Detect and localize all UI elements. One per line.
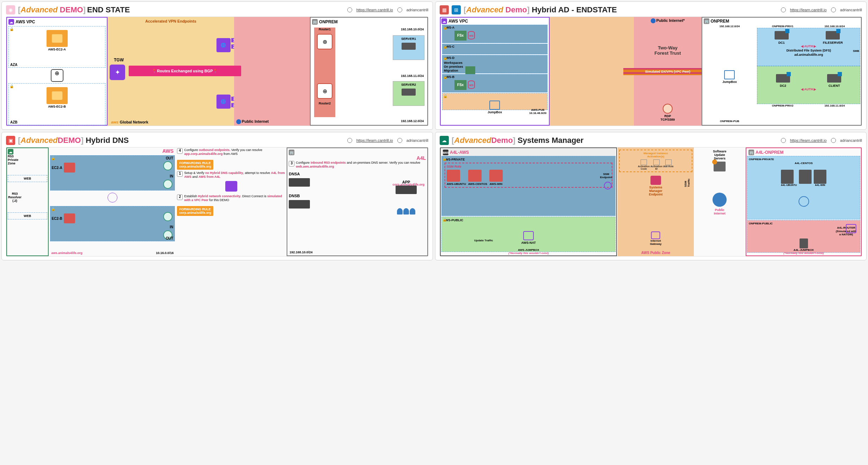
code-icon <box>641 159 647 165</box>
onprem-priv2: DC2CLIENT ◀ AUTH ▶ <box>757 66 860 104</box>
simulated-dx-label: Simulated DX/VPN (VPC Peer) <box>623 68 712 75</box>
learn-link[interactable]: https://learn.cantrill.io <box>790 8 827 12</box>
compass-icon <box>781 138 786 143</box>
igw-icon <box>651 231 660 239</box>
vpc-box-b: 🔒 EC2-B IN OUT <box>50 206 175 241</box>
ec2-icon <box>64 213 75 223</box>
r53-icon: ☁ <box>8 149 13 155</box>
ms-ad-icon: MS <box>468 31 475 40</box>
a4l-aws: awsA4L-AWS 🔒AWS-PRIVATE SSM Role AWS-UBU… <box>440 147 617 256</box>
routes-bgp-banner: 📍 Routes Exchanged using BGP 📍 <box>129 66 241 76</box>
rdp-label: RDP TCP/3389 <box>661 104 675 121</box>
subnet-aws-b: 🔒AWS-BFSxMS <box>442 74 548 92</box>
az-b: 🔒 AWS-EC2-B AZB <box>8 83 105 125</box>
sme-icon <box>650 176 661 185</box>
compass-icon <box>781 7 786 12</box>
fsx-icon: FSx <box>454 80 466 90</box>
vpc-icon: ☁ <box>8 19 14 25</box>
workspaces-label: Workspaces On premises Migration <box>444 61 463 72</box>
router-icon: ⊕ <box>51 69 63 82</box>
peering-icon <box>225 181 237 192</box>
trust-zone: Public Internet* Two-Way Forest Trust Si… <box>634 17 701 126</box>
author-label: adriancantrill <box>840 8 862 12</box>
person-icon <box>397 208 403 215</box>
globe-icon <box>650 18 655 23</box>
panel-icon: ☁ <box>440 136 449 145</box>
lock-icon: 🔒 <box>10 27 14 31</box>
ec2-icon <box>64 163 75 173</box>
server-icon <box>402 89 416 96</box>
a4l-side: 🏢 A4L 3Configure inbound R53 endpoints a… <box>287 147 428 256</box>
diagram-body: ☁AWS VPC NATGW 🔒AWS-AFSxMS 🔒AWS-C 🔒AWS-D… <box>440 17 862 126</box>
web-record-1: WEB <box>8 175 47 182</box>
client-icon <box>827 74 841 83</box>
vpc-icon: ☁ <box>441 18 447 24</box>
author-icon <box>831 7 836 12</box>
subnet-aws-pub: 🔒JumpBoxAWS-PUB10.16.48.0/20 <box>442 93 548 110</box>
learn-link[interactable]: https://learn.cantrill.io <box>356 8 393 12</box>
author-icon <box>397 7 402 12</box>
az-a: 🔒 AWS-EC2-A AZA <box>8 26 105 68</box>
aws-public-zone: Managed Instance Activation(s) Activatio… <box>618 147 693 256</box>
dns-server-icon <box>289 178 310 187</box>
jumpbox-icon <box>489 101 500 110</box>
public-internet-label: Public Internet* <box>650 18 685 23</box>
building-icon: 🏢 <box>704 18 709 24</box>
windows-icon: ⊞ <box>452 5 461 14</box>
globe-icon <box>713 193 727 207</box>
onprem-priv1: DC1FILESERVER ◀ AUTH ▶ Distributed File … <box>757 28 860 66</box>
user-icon <box>663 104 673 114</box>
ec2-b-icon <box>47 87 68 104</box>
header-links: https://learn.cantrill.io adriancantrill <box>347 138 428 143</box>
learn-link[interactable]: https://learn.cantrill.io <box>790 138 827 143</box>
aws-ubuntu-icon <box>447 170 460 182</box>
web-record-2: WEB <box>8 212 47 219</box>
author-icon <box>831 138 836 143</box>
step-2: 2Establish Hybrid network connectivity. … <box>177 194 285 203</box>
header-links: https://learn.cantrill.io adriancantrill <box>347 7 428 12</box>
nat-icon <box>523 231 534 240</box>
dc1-icon <box>775 31 789 40</box>
fsx-icon: FSx <box>454 31 466 41</box>
building-icon: 🏢 <box>312 19 318 25</box>
onprem-ubuntu-icon <box>781 170 794 184</box>
ssm-endpoint-icon <box>604 182 612 189</box>
server2: SERVER2 <box>393 81 424 106</box>
steps-column: 4Configure outbound endpoints. Verify yo… <box>176 147 286 256</box>
panel-icon: ▣ <box>6 136 15 145</box>
endpoint-out-icon <box>163 161 172 170</box>
diagram-body: ☁ R53 Private Zone WEB R53 Resolver (.2)… <box>6 147 428 256</box>
router2-icon: ⊕ <box>317 83 332 99</box>
author-icon <box>397 138 402 143</box>
author-label: adriancantrill <box>407 138 428 143</box>
workspaces-icon <box>465 66 475 75</box>
trust-label: Two-Way Forest Trust <box>634 45 701 56</box>
forwarding-rule-1: FORWARDING RULEcorp.animals4life.org <box>177 160 213 170</box>
r53-private-zone: ☁ R53 Private Zone WEB R53 Resolver (.2)… <box>6 147 49 256</box>
header-links: https://learn.cantrill.io adriancantrill <box>781 7 862 12</box>
diagram-body: awsA4L-AWS 🔒AWS-PRIVATE SSM Role AWS-UBU… <box>440 147 862 256</box>
update-servers-label: Software Update Servers <box>695 150 745 160</box>
author-label: adriancantrill <box>840 138 862 143</box>
panel-hybrid-ad: ▦ ⊞ [Advanced Demo] Hybrid AD - ENDSTATE… <box>435 1 867 130</box>
compass-icon <box>347 7 352 12</box>
person-icon <box>410 208 415 215</box>
learn-link[interactable]: https://learn.cantrill.io <box>356 138 393 143</box>
aws-icon: aws <box>443 150 448 155</box>
external-zone: Software Update Servers Public Internet <box>695 147 745 256</box>
panel-systems-manager: ☁ [AdvancedDemo] Systems Manager https:/… <box>435 132 867 260</box>
step-1: 1Setup & Verify no Hybrid DNS capability… <box>177 171 285 179</box>
forwarding-rule-2: FORWARDING RULEcorp.animals4life.org <box>177 206 213 216</box>
tgw-icon: ✦ <box>110 65 125 80</box>
router1-icon: ⊕ <box>317 34 332 49</box>
ssm-endpoint-label: SSM Endpoint <box>598 173 614 179</box>
aws-side: AWS 🔒 OUT EC2-A IN 🔒 EC2-B IN OUT aws.an… <box>49 147 176 256</box>
building-icon: 🏢 <box>289 150 294 155</box>
panel-icon: ◉ <box>6 5 15 14</box>
role-icon <box>665 159 672 165</box>
endpoint-in-icon <box>163 212 172 221</box>
r53-resolver-label: R53 Resolver (.2) <box>8 192 22 203</box>
natgw-sim-icon <box>846 224 856 233</box>
globe-icon <box>236 119 241 124</box>
vpn-endpoint-2: 🌐 <box>216 95 231 109</box>
